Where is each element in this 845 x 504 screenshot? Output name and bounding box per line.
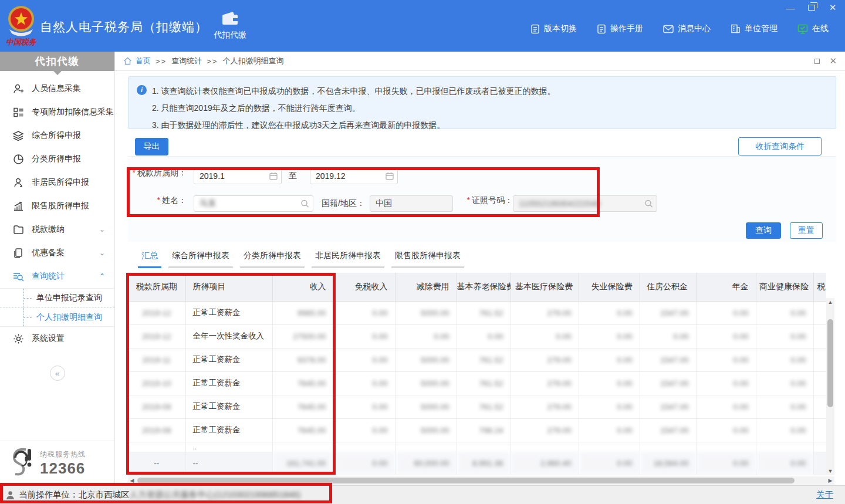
cell-value: 0.00 [756,301,813,324]
sidebar-item-system-settings[interactable]: 系统设置 [0,327,114,350]
cell-value: 9378.00 [272,348,333,371]
nationality-label: 国籍/地区： [322,198,365,209]
hotline-block: 纳税服务热线 12366 [0,441,114,482]
maximize-panel-icon[interactable] [814,59,820,64]
cell-value: 7645.00 [272,371,333,395]
chevron-down-icon: ⌄ [99,249,105,257]
cell-value: 0.00 [696,324,756,348]
cell-period: 2019-12 [128,301,185,324]
cell-value [457,442,511,452]
message-center-button[interactable]: 消息中心 [663,23,711,34]
online-status[interactable]: 在线 [797,23,829,34]
sidebar-item-restricted-stock[interactable]: 限售股所得申报 [0,194,114,218]
sidebar-collapse-button[interactable]: « [50,366,65,381]
minimize-button[interactable]: — [784,2,797,13]
cell-period: 2019-10 [128,371,185,395]
cell-value: 0.00 [333,395,395,418]
sidebar: 代扣代缴 人员信息采集 专项附加扣除信息采集 综合所得申报 分类所得申报 非居民… [0,52,115,485]
table-row[interactable]: 2019-12 全年一次性奖金收入 27500.00 0.00 0.00 0.0… [128,324,826,348]
user-icon [6,491,15,500]
breadcrumb-home[interactable]: 首页 [136,56,151,66]
table-row[interactable]: 2019-12 正常工资薪金 9985.00 0.00 5000.00 761.… [128,301,826,324]
cell-value: 0.00 [756,371,813,395]
cell-value [579,442,640,452]
cell-value: 5000.00 [395,371,457,395]
sidebar-item-tax-payment[interactable]: 税款缴纳 ⌄ [0,218,114,241]
cell-partial [813,348,826,371]
breadcrumb: 首页 >> 查询统计 >> 个人扣缴明细查询 ✕ [115,52,845,71]
sidebar-item-special-deduction[interactable]: 专项附加扣除信息采集 [0,100,114,124]
close-button[interactable]: ✕ [826,2,839,13]
scroll-down-arrow[interactable]: ▼ [826,467,834,475]
reset-button[interactable]: 重置 [790,222,823,239]
collapse-conditions-button[interactable]: 收折查询条件 [738,137,822,155]
vertical-scrollbar[interactable]: ▲ ▼ [826,298,834,475]
layers-icon [12,129,25,142]
period-from-input[interactable]: 2019.1 [194,168,282,184]
cell-value: 0.00 [511,324,579,348]
sidebar-item-nonresident-income[interactable]: 非居民所得申报 [0,171,114,194]
cell-value: 0.00 [579,395,640,418]
table-row[interactable]: 2019-08 正常工资薪金 7645.00 0.00 5000.00 798.… [128,418,826,442]
table-header-row: 税款所属期 所得项目 收入 免税收入 减除费用 基本养老保险费 基本医疗保险费 … [128,273,826,301]
sidebar-item-personnel-info[interactable]: 人员信息采集 [0,77,114,100]
sidebar-subitem-personal-withholding-query[interactable]: 个人扣缴明细查询 [0,307,114,326]
restore-button[interactable] [805,2,818,13]
search-icon[interactable] [644,199,653,208]
export-button[interactable]: 导出 [135,138,168,155]
horizontal-scroll-thumb[interactable] [137,478,795,483]
tab-summary[interactable]: 汇总 [138,251,161,268]
breadcrumb-separator: >> [156,57,167,66]
table-row[interactable]: 2019-09 正常工资薪金 7645.00 0.00 5000.00 761.… [128,395,826,418]
sidebar-item-classified-income[interactable]: 分类所得申报 [0,147,114,171]
cell-value: 161,741.00 [272,452,333,475]
unit-management-button[interactable]: 单位管理 [731,23,778,34]
about-link[interactable]: 关于 [816,489,833,500]
cell-partial [813,395,826,418]
scroll-left-arrow[interactable]: ◀ [128,476,136,485]
scroll-up-arrow[interactable]: ▲ [826,298,834,306]
name-input[interactable]: 马某 [194,195,313,212]
col-header: 所得项目 [185,273,272,301]
cell-value: 0.00 [756,452,813,475]
sidebar-item-comprehensive-income[interactable]: 综合所得申报 [0,124,114,147]
cell-period: -- [128,452,185,475]
cell-value: 798.24 [457,418,511,442]
sidebar-item-preference-filing[interactable]: 优惠备案 ⌄ [0,241,114,265]
sidebar-subitem-unit-declaration-query[interactable]: 单位申报记录查询 [0,289,114,307]
header-toolbar: 版本切换 操作手册 消息中心 单位管理 [530,23,829,34]
sidebar-item-query-statistics[interactable]: 查询统计 ⌃ [0,265,114,288]
search-icon[interactable] [300,199,309,208]
scroll-right-arrow[interactable]: ▶ [826,476,834,485]
table-row[interactable]: 2019-10 正常工资薪金 7645.00 0.00 5000.00 761.… [128,371,826,395]
cell-value: 9985.00 [272,301,333,324]
close-panel-icon[interactable]: ✕ [829,56,837,66]
tab-comprehensive[interactable]: 综合所得申报表 [168,251,233,268]
info-icon: i [137,85,147,95]
vertical-scroll-thumb[interactable] [827,319,833,407]
query-button[interactable]: 查询 [746,222,781,239]
horizontal-scrollbar[interactable]: ◀ ▶ [128,476,834,485]
header-nav-daikoudaijiao[interactable]: 代扣代缴 [207,11,254,40]
cell-value [756,442,813,452]
cell-value: 0.00 [333,452,395,475]
manual-button[interactable]: 操作手册 [597,23,643,34]
table-row[interactable]: .. [128,442,826,452]
breadcrumb-level2: 个人扣缴明细查询 [222,56,283,66]
table-row[interactable]: 2019-11 正常工资薪金 9378.00 0.00 5000.00 761.… [128,348,826,371]
period-to-value: 2019.12 [316,171,346,181]
calendar-icon[interactable] [386,172,394,180]
id-number-input: 110552199304222049 [513,195,657,212]
cell-partial [813,418,826,442]
calendar-icon[interactable] [269,172,278,180]
cell-value: 0.00 [333,418,395,442]
tab-restricted-stock[interactable]: 限售股所得申报表 [391,251,464,268]
table-row[interactable]: -- -- 161,741.00 0.00 60,000.00 8,991.36… [128,452,826,475]
period-to-input[interactable]: 2019.12 [310,168,398,184]
cell-period: 2019-08 [128,418,185,442]
tab-classified[interactable]: 分类所得申报表 [240,251,305,268]
version-switch-button[interactable]: 版本切换 [530,23,577,34]
cell-value: 27500.00 [272,324,333,348]
col-header: 免税收入 [333,273,395,301]
tab-nonresident[interactable]: 非居民所得申报表 [312,251,384,268]
